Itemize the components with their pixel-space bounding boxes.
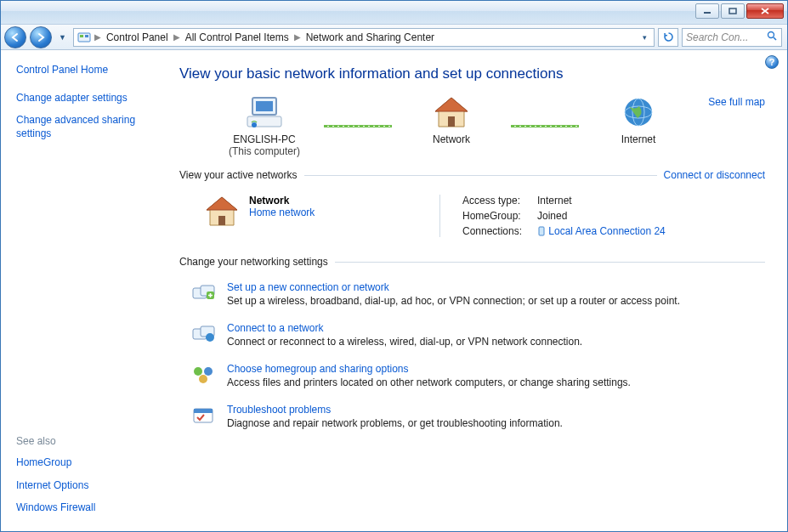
minimize-button[interactable] — [695, 3, 719, 19]
svg-rect-4 — [85, 35, 88, 37]
map-internet[interactable]: Internet — [579, 94, 698, 157]
svg-rect-27 — [194, 409, 213, 413]
search-input[interactable]: Search Con... — [682, 28, 782, 47]
svg-point-10 — [252, 122, 257, 127]
maximize-button[interactable] — [721, 3, 745, 19]
connection-link[interactable]: Local Area Connection 24 — [548, 225, 665, 237]
help-icon[interactable]: ? — [765, 55, 779, 69]
task-desc: Access files and printers located on oth… — [227, 376, 631, 388]
navigation-toolbar: ▼ ▶ Control Panel ▶ All Control Panel It… — [1, 25, 787, 50]
search-placeholder: Search Con... — [686, 31, 748, 43]
svg-rect-8 — [256, 101, 273, 111]
svg-rect-16 — [539, 227, 544, 235]
history-dropdown-icon[interactable]: ▼ — [55, 33, 70, 42]
computer-icon — [244, 94, 285, 130]
task-homegroup-sharing[interactable]: Choose homegroup and sharing options Acc… — [191, 358, 765, 399]
see-full-map-link[interactable]: See full map — [708, 96, 765, 108]
sidebar: Control Panel Home Change adapter settin… — [1, 50, 171, 531]
network-house-icon — [431, 94, 472, 130]
control-panel-home-link[interactable]: Control Panel Home — [16, 64, 161, 76]
seealso-internet-options[interactable]: Internet Options — [16, 478, 161, 492]
internet-label: Internet — [621, 133, 656, 145]
access-type-label: Access type: — [462, 195, 537, 207]
task-title[interactable]: Set up a new connection or network — [227, 281, 680, 293]
task-connect-network[interactable]: Connect to a network Connect or reconnec… — [191, 317, 765, 358]
svg-line-6 — [774, 37, 776, 40]
task-title[interactable]: Connect to a network — [227, 322, 582, 334]
homegroup-label: HomeGroup: — [462, 210, 537, 222]
home-network-icon — [203, 195, 237, 225]
computer-name: ENGLISH-PC — [233, 133, 295, 145]
task-title[interactable]: Choose homegroup and sharing options — [227, 363, 631, 375]
troubleshoot-icon — [191, 404, 215, 427]
svg-rect-3 — [80, 35, 83, 37]
this-computer-sublabel: (This computer) — [229, 145, 300, 157]
change-settings-header: Change your networking settings — [179, 256, 765, 268]
svg-rect-0 — [704, 12, 711, 14]
content-body: Control Panel Home Change adapter settin… — [1, 50, 787, 531]
nic-icon — [537, 225, 548, 237]
network-type-link[interactable]: Home network — [249, 207, 315, 218]
window-frame: ▼ ▶ Control Panel ▶ All Control Panel It… — [0, 0, 788, 532]
map-connection-line — [511, 125, 579, 127]
address-bar[interactable]: ▶ Control Panel ▶ All Control Panel Item… — [73, 28, 655, 47]
chevron-right-icon: ▶ — [93, 32, 103, 42]
setup-connection-icon — [191, 281, 215, 305]
breadcrumb-control-panel[interactable]: Control Panel — [105, 30, 170, 45]
map-network[interactable]: Network — [392, 94, 511, 157]
sidebar-change-advanced-sharing[interactable]: Change advanced sharing settings — [16, 113, 161, 140]
network-name: Network — [249, 195, 315, 207]
forward-button[interactable] — [30, 26, 52, 48]
svg-rect-11 — [448, 116, 455, 127]
breadcrumb-network-sharing[interactable]: Network and Sharing Center — [304, 30, 436, 45]
titlebar — [1, 1, 787, 25]
task-list: Set up a new connection or network Set u… — [179, 276, 765, 439]
map-this-computer[interactable]: ENGLISH-PC (This computer) — [205, 94, 324, 157]
svg-rect-15 — [218, 216, 225, 225]
main-pane: ? View your basic network information an… — [171, 50, 787, 531]
chevron-right-icon: ▶ — [172, 32, 182, 42]
seealso-windows-firewall[interactable]: Windows Firewall — [16, 501, 161, 514]
seealso-homegroup[interactable]: HomeGroup — [16, 456, 161, 469]
close-button[interactable] — [746, 3, 784, 19]
homegroup-icon — [191, 363, 215, 387]
network-label: Network — [433, 133, 470, 145]
task-desc: Diagnose and repair network problems, or… — [227, 417, 563, 429]
search-icon — [767, 31, 778, 44]
connect-network-icon — [191, 322, 215, 346]
back-button[interactable] — [4, 26, 26, 48]
task-desc: Set up a wireless, broadband, dial-up, a… — [227, 295, 680, 307]
svg-point-5 — [768, 31, 774, 37]
svg-point-23 — [194, 367, 202, 376]
see-also-label: See also — [16, 435, 161, 447]
refresh-button[interactable] — [658, 28, 678, 47]
connections-label: Connections: — [462, 225, 537, 237]
task-title[interactable]: Troubleshoot problems — [227, 404, 563, 416]
sidebar-change-adapter[interactable]: Change adapter settings — [16, 91, 161, 105]
control-panel-icon — [77, 31, 91, 44]
breadcrumb-all-items[interactable]: All Control Panel Items — [184, 30, 291, 45]
task-troubleshoot[interactable]: Troubleshoot problems Diagnose and repai… — [191, 399, 765, 439]
map-connection-line — [324, 125, 392, 127]
network-map: See full map ENGLISH-PC (This computer) — [179, 91, 765, 157]
task-desc: Connect or reconnect to a wireless, wire… — [227, 336, 582, 348]
globe-icon — [618, 94, 659, 130]
chevron-right-icon: ▶ — [292, 32, 303, 42]
homegroup-value-link[interactable]: Joined — [537, 210, 666, 222]
svg-point-24 — [204, 367, 213, 376]
svg-point-25 — [199, 375, 207, 383]
access-type-value: Internet — [537, 195, 666, 207]
active-network-row: Network Home network Access type: Intern… — [179, 190, 765, 244]
svg-rect-1 — [729, 8, 736, 14]
task-setup-connection[interactable]: Set up a new connection or network Set u… — [191, 276, 765, 317]
addressbar-dropdown-icon[interactable]: ▾ — [639, 33, 650, 42]
connect-disconnect-link[interactable]: Connect or disconnect — [657, 169, 765, 181]
page-title: View your basic network information and … — [179, 65, 765, 82]
